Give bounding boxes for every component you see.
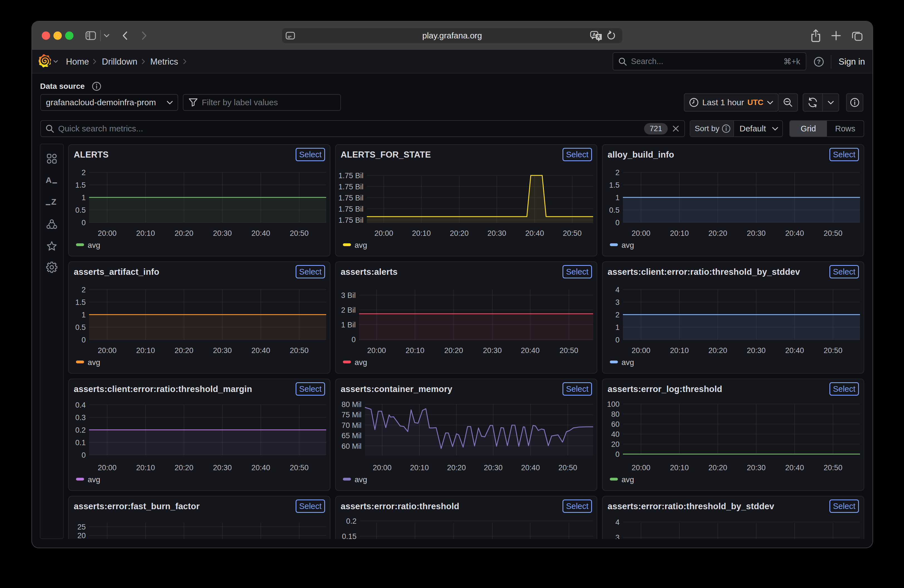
svg-text:1: 1: [615, 323, 620, 332]
svg-text:20:30: 20:30: [747, 346, 766, 355]
svg-text:0.5: 0.5: [75, 323, 86, 332]
svg-text:avg: avg: [355, 358, 367, 367]
svg-text:65 Mil: 65 Mil: [341, 432, 362, 440]
svg-text:20:20: 20:20: [450, 229, 469, 237]
svg-text:4: 4: [615, 286, 620, 294]
svg-text:20:00: 20:00: [367, 346, 386, 355]
svg-text:20:00: 20:00: [373, 463, 392, 472]
svg-text:20:10: 20:10: [670, 346, 689, 355]
svg-text:2: 2: [615, 168, 620, 177]
svg-text:20:20: 20:20: [708, 463, 727, 472]
svg-text:20:50: 20:50: [823, 463, 842, 472]
svg-text:20:20: 20:20: [447, 463, 466, 472]
svg-text:2: 2: [82, 286, 86, 294]
svg-text:1.5: 1.5: [75, 181, 86, 189]
svg-text:20:20: 20:20: [174, 463, 193, 472]
svg-text:20:10: 20:10: [412, 229, 431, 237]
svg-text:20:30: 20:30: [483, 346, 502, 355]
svg-text:20:00: 20:00: [632, 229, 650, 237]
svg-text:1: 1: [82, 193, 86, 202]
svg-text:20:00: 20:00: [632, 463, 650, 472]
svg-text:avg: avg: [355, 241, 367, 250]
svg-text:20:00: 20:00: [632, 346, 650, 355]
svg-text:0: 0: [82, 218, 86, 227]
svg-text:1.75 Bil: 1.75 Bil: [338, 183, 363, 191]
svg-text:0: 0: [82, 336, 86, 344]
svg-text:3 Bil: 3 Bil: [341, 291, 356, 300]
svg-text:4: 4: [615, 518, 620, 526]
svg-text:20:50: 20:50: [290, 463, 309, 472]
svg-text:1: 1: [615, 193, 620, 202]
svg-text:20:40: 20:40: [251, 463, 270, 472]
svg-text:20:10: 20:10: [136, 229, 155, 237]
svg-text:20:40: 20:40: [525, 229, 544, 237]
svg-text:20:10: 20:10: [136, 346, 155, 355]
svg-text:2 Bil: 2 Bil: [341, 306, 356, 315]
svg-text:20:10: 20:10: [670, 463, 689, 472]
svg-text:20:20: 20:20: [708, 346, 727, 355]
svg-text:avg: avg: [88, 358, 100, 367]
svg-text:avg: avg: [621, 475, 634, 484]
svg-text:20:20: 20:20: [444, 346, 463, 355]
svg-text:0.2: 0.2: [75, 426, 86, 434]
svg-text:A: A: [593, 32, 596, 37]
svg-text:0: 0: [82, 451, 86, 459]
svg-text:20:50: 20:50: [290, 229, 309, 237]
svg-text:20:30: 20:30: [213, 346, 232, 355]
svg-text:?: ?: [817, 58, 820, 65]
svg-text:100: 100: [607, 400, 620, 408]
svg-text:20:00: 20:00: [98, 229, 117, 237]
svg-text:0.4: 0.4: [75, 401, 86, 409]
svg-text:0: 0: [615, 218, 620, 227]
svg-text:avg: avg: [88, 241, 100, 250]
svg-text:20:40: 20:40: [785, 463, 804, 472]
svg-text:1 Bil: 1 Bil: [341, 321, 356, 329]
svg-text:20:40: 20:40: [785, 229, 804, 237]
svg-text:avg: avg: [621, 358, 634, 367]
svg-text:0: 0: [615, 450, 620, 458]
svg-text:avg: avg: [621, 241, 634, 250]
svg-text:80: 80: [611, 410, 620, 419]
svg-text:1.5: 1.5: [609, 181, 620, 189]
svg-text:3: 3: [615, 533, 620, 539]
svg-text:20:40: 20:40: [251, 346, 270, 355]
svg-text:0.5: 0.5: [75, 206, 86, 214]
svg-text:0: 0: [615, 336, 620, 344]
svg-text:60 Mil: 60 Mil: [341, 442, 362, 450]
svg-text:20:50: 20:50: [823, 229, 842, 237]
svg-text:20:50: 20:50: [559, 346, 578, 355]
svg-text:80 Mil: 80 Mil: [341, 400, 362, 409]
svg-text:20:50: 20:50: [290, 346, 309, 355]
svg-text:20:30: 20:30: [747, 229, 766, 237]
svg-text:75 Mil: 75 Mil: [341, 411, 362, 419]
svg-text:20:50: 20:50: [823, 346, 842, 355]
svg-text:20:30: 20:30: [747, 463, 766, 472]
svg-text:25: 25: [77, 523, 86, 531]
svg-text:20:10: 20:10: [136, 463, 155, 472]
svg-text:20:30: 20:30: [484, 463, 503, 472]
svg-text:0.15: 0.15: [342, 532, 357, 539]
svg-text:20:50: 20:50: [563, 229, 582, 237]
svg-text:0.1: 0.1: [75, 438, 86, 447]
svg-text:20:40: 20:40: [521, 346, 540, 355]
svg-text:0.3: 0.3: [75, 413, 86, 422]
svg-text:1.75 Bil: 1.75 Bil: [338, 172, 363, 180]
svg-text:1.75 Bil: 1.75 Bil: [338, 194, 363, 202]
svg-text:20:40: 20:40: [785, 346, 804, 355]
svg-text:2: 2: [82, 168, 86, 177]
svg-text:1.5: 1.5: [75, 298, 86, 307]
svg-text:20:10: 20:10: [406, 346, 424, 355]
svg-text:20: 20: [77, 531, 86, 539]
svg-text:20:30: 20:30: [213, 229, 232, 237]
svg-text:60: 60: [611, 420, 620, 428]
svg-text:20:20: 20:20: [174, 229, 193, 237]
svg-text:avg: avg: [88, 475, 100, 484]
svg-text:20:00: 20:00: [375, 229, 393, 237]
svg-text:20:20: 20:20: [708, 229, 727, 237]
svg-text:20:10: 20:10: [410, 463, 429, 472]
svg-text:2: 2: [615, 311, 620, 319]
svg-text:avg: avg: [355, 475, 367, 484]
svg-text:20: 20: [611, 440, 620, 449]
svg-text:20:30: 20:30: [213, 463, 232, 472]
svg-text:40: 40: [611, 430, 620, 438]
